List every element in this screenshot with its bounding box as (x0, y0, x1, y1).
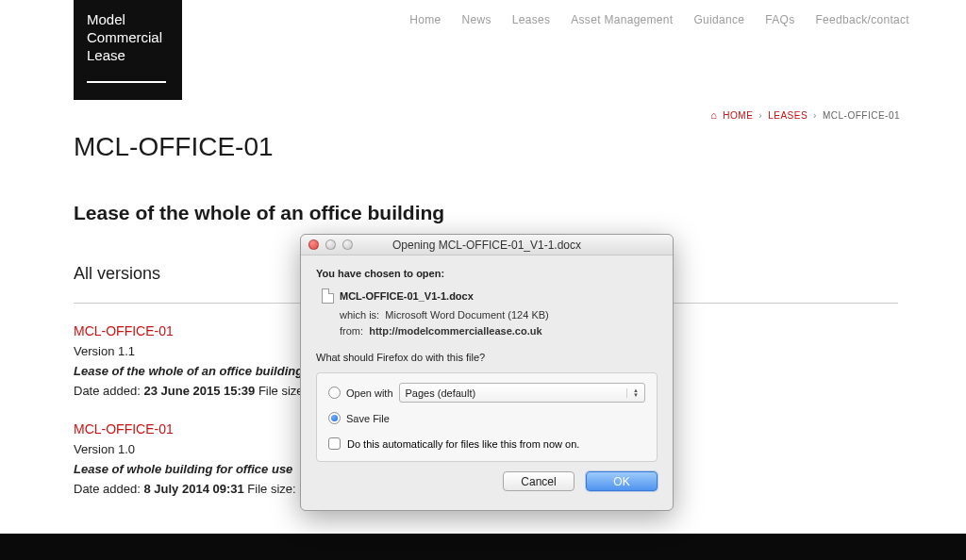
dialog-title: Opening MCL-OFFICE-01_V1-1.docx (301, 239, 673, 252)
open-with-row[interactable]: Open with Pages (default) ▲▼ (328, 383, 645, 403)
date-value: 8 July 2014 09:31 (143, 482, 243, 496)
dialog-buttons: Cancel OK (301, 471, 673, 504)
save-file-label: Save File (346, 413, 390, 424)
nav-feedback[interactable]: Feedback/contact (815, 13, 909, 26)
logo-line: Commercial (87, 29, 169, 47)
from-value: http://modelcommerciallease.co.uk (369, 325, 541, 337)
file-icon (322, 288, 334, 304)
file-meta: which is: Microsoft Word Document (124 K… (340, 307, 658, 338)
footer (0, 534, 966, 560)
file-row: MCL-OFFICE-01_V1-1.docx (322, 288, 658, 304)
logo-line: Model (87, 11, 169, 29)
chevron-updown-icon: ▲▼ (626, 388, 639, 398)
version-link[interactable]: MCL-OFFICE-01 (74, 323, 174, 338)
options-panel: Open with Pages (default) ▲▼ Save File D… (316, 372, 658, 462)
home-icon[interactable]: ⌂ (710, 109, 717, 121)
site-logo[interactable]: Model Commercial Lease (74, 0, 182, 100)
version-link[interactable]: MCL-OFFICE-01 (74, 421, 174, 436)
header: Model Commercial Lease Home News Leases … (0, 0, 966, 100)
which-is-label: which is: (340, 309, 379, 321)
auto-checkbox[interactable] (328, 437, 341, 450)
date-label: Date added: (74, 384, 141, 398)
nav-faqs[interactable]: FAQs (765, 13, 794, 26)
radio-save-file[interactable] (328, 412, 341, 424)
open-with-select[interactable]: Pages (default) ▲▼ (399, 383, 645, 403)
nav-links: Home News Leases Asset Management Guidan… (409, 13, 909, 26)
nav-home[interactable]: Home (409, 13, 441, 26)
file-name: MCL-OFFICE-01_V1-1.docx (340, 290, 474, 302)
breadcrumb-sep: › (813, 110, 817, 121)
dialog-titlebar[interactable]: Opening MCL-OFFICE-01_V1-1.docx (301, 235, 673, 255)
ok-button[interactable]: OK (586, 471, 658, 491)
open-with-value: Pages (default) (406, 387, 476, 399)
page-title: MCL-OFFICE-01 (74, 132, 898, 162)
auto-row[interactable]: Do this automatically for files like thi… (328, 437, 645, 450)
section-title: Lease of the whole of an office building (74, 202, 898, 224)
nav-asset-management[interactable]: Asset Management (571, 13, 673, 26)
save-file-row[interactable]: Save File (328, 412, 645, 424)
breadcrumb-current: MCL-OFFICE-01 (823, 110, 900, 121)
date-label: Date added: (74, 482, 141, 496)
which-is-value: Microsoft Word Document (124 KB) (385, 309, 548, 321)
breadcrumb-sep: › (758, 110, 762, 121)
logo-rule (87, 81, 166, 83)
nav-leases[interactable]: Leases (512, 13, 551, 26)
dialog-question: What should Firefox do with this file? (316, 352, 658, 363)
date-value: 23 June 2015 15:39 (143, 384, 255, 398)
from-label: from: (340, 325, 363, 337)
nav-guidance[interactable]: Guidance (693, 13, 744, 26)
size-label: File size: (247, 482, 295, 496)
dialog-heading: You have chosen to open: (316, 268, 658, 279)
breadcrumb-home[interactable]: HOME (723, 110, 753, 121)
breadcrumb-leases[interactable]: LEASES (768, 110, 808, 121)
radio-open-with[interactable] (328, 387, 341, 399)
dialog-body: You have chosen to open: MCL-OFFICE-01_V… (301, 255, 673, 471)
auto-label: Do this automatically for files like thi… (347, 438, 579, 450)
cancel-button[interactable]: Cancel (503, 471, 575, 491)
download-dialog: Opening MCL-OFFICE-01_V1-1.docx You have… (300, 234, 674, 511)
page: Model Commercial Lease Home News Leases … (0, 0, 966, 534)
nav-news[interactable]: News (462, 13, 491, 26)
breadcrumb: ⌂ HOME › LEASES › MCL-OFFICE-01 (710, 109, 900, 121)
open-with-label: Open with (346, 387, 393, 399)
logo-line: Lease (87, 47, 169, 65)
